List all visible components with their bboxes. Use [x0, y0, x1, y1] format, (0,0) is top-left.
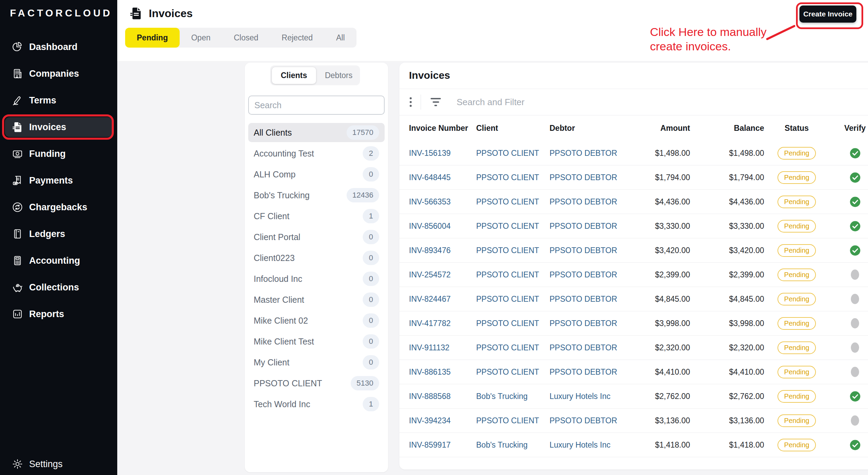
invoice-number-link[interactable]: INV-893476 [409, 246, 476, 255]
balance-cell: $4,410.00 [690, 367, 764, 377]
invoice-number-link[interactable]: INV-856004 [409, 222, 476, 231]
sidebar-item-payments[interactable]: Payments [5, 171, 112, 190]
tab-closed[interactable]: Closed [222, 28, 270, 48]
client-item-tech-world-inc[interactable]: Tech World Inc1 [248, 395, 385, 414]
status-badge: Pending [777, 414, 816, 427]
invoice-number-link[interactable]: INV-394234 [409, 416, 476, 425]
client-link[interactable]: Bob's Trucking [476, 440, 550, 450]
tab-rejected[interactable]: Rejected [270, 28, 325, 48]
client-link[interactable]: PPSOTO CLIENT [476, 367, 550, 377]
debtor-link[interactable]: PPSOTO DEBTOR [550, 319, 628, 328]
balance-cell: $3,998.00 [690, 319, 764, 328]
invoice-search-input[interactable] [456, 97, 766, 108]
toggle-clients[interactable]: Clients [272, 67, 316, 84]
debtor-link[interactable]: PPSOTO DEBTOR [550, 270, 628, 279]
debtor-link[interactable]: PPSOTO DEBTOR [550, 343, 628, 352]
client-item-cf-client[interactable]: CF Client1 [248, 207, 385, 226]
table-row: INV-254572PPSOTO CLIENTPPSOTO DEBTOR$2,3… [399, 263, 868, 287]
client-item-master-client[interactable]: Master Client0 [248, 290, 385, 309]
debtor-link[interactable]: Luxury Hotels Inc [550, 392, 628, 401]
invoice-number-link[interactable]: INV-417782 [409, 319, 476, 328]
create-invoice-button[interactable]: Create Invoice [799, 5, 856, 23]
client-item-client0223[interactable]: Client02230 [248, 248, 385, 267]
invoice-number-link[interactable]: INV-648445 [409, 173, 476, 182]
client-link[interactable]: PPSOTO CLIENT [476, 222, 550, 231]
client-link[interactable]: PPSOTO CLIENT [476, 295, 550, 304]
invoice-number-link[interactable]: INV-911132 [409, 343, 476, 352]
debtor-link[interactable]: PPSOTO DEBTOR [550, 173, 628, 182]
client-item-mike-client-02[interactable]: Mike Client 020 [248, 311, 385, 330]
client-search-input[interactable] [248, 96, 385, 115]
sidebar-item-accounting[interactable]: Accounting [5, 251, 112, 271]
sidebar-item-invoices[interactable]: Invoices [5, 117, 112, 137]
client-link[interactable]: PPSOTO CLIENT [476, 197, 550, 207]
invoice-number-link[interactable]: INV-156139 [409, 149, 476, 158]
ledgers-icon [12, 228, 23, 240]
debtor-link[interactable]: Luxury Hotels Inc [550, 440, 628, 450]
toggle-debtors[interactable]: Debtors [316, 67, 362, 84]
debtor-link[interactable]: PPSOTO DEBTOR [550, 197, 628, 207]
invoice-number-link[interactable]: INV-888568 [409, 392, 476, 401]
client-name: ALH Comp [254, 170, 296, 179]
kebab-menu-icon[interactable] [408, 95, 414, 109]
tab-open[interactable]: Open [180, 28, 222, 48]
debtor-link[interactable]: PPSOTO DEBTOR [550, 149, 628, 158]
client-link[interactable]: PPSOTO CLIENT [476, 149, 550, 158]
invoice-number-link[interactable]: INV-566353 [409, 197, 476, 207]
balance-cell: $3,330.00 [690, 222, 764, 231]
client-item-ppsoto-client[interactable]: PPSOTO CLIENT5130 [248, 374, 385, 393]
client-item-alh-comp[interactable]: ALH Comp0 [248, 165, 385, 184]
amount-cell: $4,410.00 [628, 367, 690, 377]
client-link[interactable]: PPSOTO CLIENT [476, 319, 550, 328]
sidebar-item-reports[interactable]: Reports [5, 304, 112, 324]
balance-cell: $3,136.00 [690, 416, 764, 425]
client-link[interactable]: PPSOTO CLIENT [476, 416, 550, 425]
page-title: Invoices [149, 7, 193, 20]
sidebar-item-funding[interactable]: Funding [5, 144, 112, 164]
client-link[interactable]: Bob's Trucking [476, 392, 550, 401]
tab-pending[interactable]: Pending [125, 28, 180, 48]
invoice-number-link[interactable]: INV-886135 [409, 367, 476, 377]
client-item-all-clients[interactable]: All Clients17570 [248, 123, 385, 142]
client-item-infocloud-inc[interactable]: Infocloud Inc0 [248, 269, 385, 288]
amount-cell: $3,136.00 [628, 416, 690, 425]
client-count-badge: 0 [363, 355, 379, 370]
debtor-link[interactable]: PPSOTO DEBTOR [550, 416, 628, 425]
client-link[interactable]: PPSOTO CLIENT [476, 173, 550, 182]
tab-all[interactable]: All [324, 28, 357, 48]
client-name: All Clients [254, 128, 292, 138]
client-item-client-portal[interactable]: Client Portal0 [248, 227, 385, 247]
amount-cell: $4,845.00 [628, 295, 690, 304]
debtor-link[interactable]: PPSOTO DEBTOR [550, 367, 628, 377]
sidebar-item-terms[interactable]: Terms [5, 90, 112, 110]
client-link[interactable]: PPSOTO CLIENT [476, 343, 550, 352]
sidebar-item-ledgers[interactable]: Ledgers [5, 224, 112, 244]
amount-cell: $3,330.00 [628, 222, 690, 231]
balance-cell: $3,420.00 [690, 246, 764, 255]
client-link[interactable]: PPSOTO CLIENT [476, 270, 550, 279]
table-row: INV-417782PPSOTO CLIENTPPSOTO DEBTOR$3,9… [399, 311, 868, 336]
client-item-mike-client-test[interactable]: Mike Client Test0 [248, 332, 385, 351]
sidebar-item-collections[interactable]: Collections [5, 277, 112, 297]
debtor-link[interactable]: PPSOTO DEBTOR [550, 222, 628, 231]
table-row: INV-856004PPSOTO CLIENTPPSOTO DEBTOR$3,3… [399, 214, 868, 238]
client-item-bob-s-trucking[interactable]: Bob's Trucking12436 [248, 186, 385, 205]
sidebar-item-dashboard[interactable]: Dashboard [5, 37, 112, 57]
invoices-icon [12, 121, 23, 133]
debtor-link[interactable]: PPSOTO DEBTOR [550, 295, 628, 304]
client-link[interactable]: PPSOTO CLIENT [476, 246, 550, 255]
balance-cell: $2,320.00 [690, 343, 764, 352]
invoice-number-link[interactable]: INV-824467 [409, 295, 476, 304]
invoice-number-link[interactable]: INV-254572 [409, 270, 476, 279]
debtor-link[interactable]: PPSOTO DEBTOR [550, 246, 628, 255]
client-item-accounting-test[interactable]: Accounting Test2 [248, 144, 385, 163]
sidebar-item-companies[interactable]: Companies [5, 64, 112, 84]
amount-cell: $2,320.00 [628, 343, 690, 352]
client-item-my-client[interactable]: My Client0 [248, 353, 385, 372]
filter-icon[interactable] [429, 96, 443, 108]
sidebar-item-chargebacks[interactable]: Chargebacks [5, 197, 112, 217]
sidebar-item-settings[interactable]: Settings [5, 454, 112, 474]
companies-icon [12, 68, 23, 79]
invoice-number-link[interactable]: INV-859917 [409, 440, 476, 450]
column-header-status: Status [764, 124, 829, 133]
